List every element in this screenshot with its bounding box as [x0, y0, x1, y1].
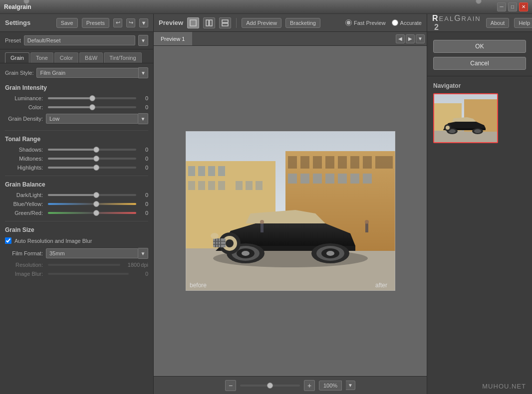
svg-rect-10	[313, 156, 322, 169]
navigator-thumbnail	[433, 93, 498, 143]
svg-rect-17	[300, 174, 309, 184]
density-dropdown-arrow[interactable]: ▼	[138, 113, 148, 124]
svg-rect-25	[198, 166, 205, 176]
svg-rect-22	[363, 174, 372, 184]
bracketing-button[interactable]: Bracketing	[285, 18, 320, 28]
svg-rect-2	[210, 20, 212, 26]
left-panel: Settings Save Presets ↩ ↪ ▼ Preset Defau…	[0, 14, 154, 394]
zoom-value[interactable]: 100%	[319, 381, 342, 391]
undo-button[interactable]: ↩	[113, 18, 122, 27]
split-view-button[interactable]	[203, 17, 215, 28]
blue-yellow-thumb[interactable]	[93, 201, 99, 207]
divider-3	[5, 221, 148, 221]
fast-preview-radio[interactable]: Fast Preview	[345, 19, 386, 26]
luminance-track	[48, 97, 136, 99]
grain-style-select[interactable]: Film Grain	[36, 68, 139, 78]
midtones-thumb[interactable]	[93, 156, 99, 162]
dark-light-track	[48, 194, 136, 196]
right-header: REALGRAIN 2 About Help	[427, 14, 532, 32]
zoom-thumb[interactable]	[267, 383, 273, 389]
image-blur-label: Image Blur:	[5, 271, 46, 277]
single-view-button[interactable]	[187, 17, 199, 28]
preview-area[interactable]: before after	[154, 46, 427, 376]
auto-resolution-label[interactable]: Auto Resolution and Image Blur	[14, 238, 92, 244]
green-red-thumb[interactable]	[93, 210, 99, 216]
zoom-out-button[interactable]: −	[225, 380, 236, 391]
shadows-label: Shadows:	[5, 147, 46, 153]
tab-bw[interactable]: B&W	[79, 52, 103, 63]
zoom-slider[interactable]	[240, 385, 300, 387]
panel-content: Grain Style: Film Grain ▼ Grain Intensit…	[0, 63, 153, 394]
luminance-label: Luminance:	[5, 95, 46, 101]
tab-tint-toning[interactable]: Tint/Toning	[104, 52, 141, 63]
shadows-track	[48, 149, 136, 151]
resolution-label: Resolution:	[5, 262, 46, 268]
prev-preview-button[interactable]: ◀	[396, 34, 405, 43]
green-red-value: 0	[138, 210, 148, 216]
preset-dropdown-arrow[interactable]: ▼	[138, 35, 148, 46]
film-format-select[interactable]: 35mm 120mm 4x5	[46, 248, 138, 258]
title-bar: Realgrain ─ □ ✕	[0, 0, 532, 14]
preview-tab-1[interactable]: Preview 1	[154, 32, 192, 45]
midtones-value: 0	[138, 156, 148, 162]
help-button[interactable]: Help	[514, 18, 532, 28]
next-preview-button[interactable]: ▶	[406, 34, 415, 43]
redo-button[interactable]: ↪	[126, 18, 135, 27]
svg-rect-0	[190, 20, 196, 26]
luminance-thumb[interactable]	[89, 95, 95, 101]
blue-yellow-label: Blue/Yellow:	[5, 201, 46, 207]
zoom-in-button[interactable]: +	[304, 380, 315, 391]
compare-view-button[interactable]	[219, 17, 231, 28]
zoom-dropdown-arrow[interactable]: ▼	[346, 381, 355, 390]
presets-button[interactable]: Presets	[82, 18, 109, 28]
settings-header: Settings Save Presets ↩ ↪ ▼	[0, 14, 153, 32]
svg-rect-13	[350, 156, 359, 169]
tabs-row: Grain Tone Color B&W Tint/Toning	[0, 49, 153, 63]
svg-rect-27	[218, 166, 225, 176]
preview-image: before after	[186, 131, 395, 291]
density-label: Grain Density:	[5, 116, 46, 122]
highlights-row: Highlights: 0	[5, 165, 148, 171]
midtones-label: Midtones:	[5, 156, 46, 162]
preview-toolbar: Preview Add Preview Bracketing	[154, 14, 427, 32]
density-select[interactable]: Low Medium High	[46, 114, 138, 124]
svg-text:before: before	[190, 282, 207, 289]
svg-rect-1	[206, 20, 209, 26]
preset-select[interactable]: Default/Reset	[24, 35, 135, 45]
svg-rect-20	[338, 174, 347, 184]
highlights-thumb[interactable]	[93, 165, 99, 171]
luminance-value: 0	[138, 95, 148, 101]
color-intensity-label: Color:	[5, 104, 46, 110]
blue-yellow-value: 0	[138, 201, 148, 207]
maximize-button[interactable]: □	[508, 2, 517, 11]
auto-checkbox-row: Auto Resolution and Image Blur	[5, 237, 148, 244]
svg-point-46	[226, 239, 234, 247]
tab-color[interactable]: Color	[54, 52, 78, 63]
grain-style-dropdown-arrow[interactable]: ▼	[138, 67, 148, 78]
tonal-range-header: Tonal Range	[5, 136, 148, 143]
dark-light-thumb[interactable]	[93, 192, 99, 198]
about-button[interactable]: About	[486, 18, 510, 28]
film-format-arrow[interactable]: ▼	[138, 248, 148, 259]
window-title: Realgrain	[4, 3, 31, 10]
cancel-button[interactable]: Cancel	[433, 57, 526, 70]
close-button[interactable]: ✕	[519, 2, 528, 11]
preview-menu-button[interactable]: ▼	[416, 34, 425, 43]
accurate-radio[interactable]: Accurate	[392, 19, 422, 26]
save-button[interactable]: Save	[56, 18, 78, 28]
svg-rect-9	[300, 156, 309, 169]
color-intensity-thumb[interactable]	[89, 104, 95, 110]
settings-menu-button[interactable]: ▼	[139, 18, 148, 27]
watermark: MUHOU.NET	[427, 379, 532, 394]
shadows-thumb[interactable]	[93, 147, 99, 153]
tab-grain[interactable]: Grain	[5, 52, 29, 63]
tab-tone[interactable]: Tone	[30, 52, 53, 63]
auto-resolution-checkbox[interactable]	[5, 237, 11, 244]
ok-button[interactable]: OK	[433, 40, 526, 53]
add-preview-button[interactable]: Add Preview	[242, 18, 281, 28]
midtones-track	[48, 158, 136, 160]
svg-rect-21	[350, 174, 359, 184]
film-format-row: Film Format: 35mm 120mm 4x5 ▼	[5, 248, 148, 259]
preview-image-wrapper: before after	[186, 131, 395, 291]
minimize-button[interactable]: ─	[497, 2, 506, 11]
